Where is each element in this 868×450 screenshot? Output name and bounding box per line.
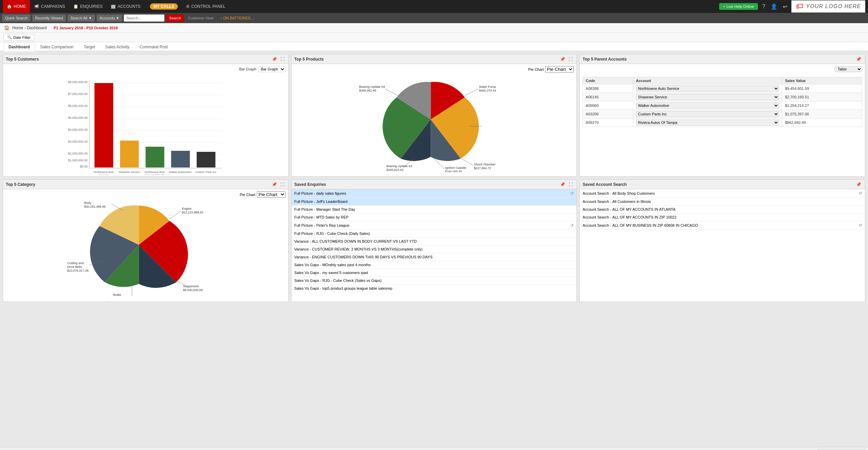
account-name-select[interactable]: Custom Parts Inc — [636, 111, 779, 117]
saved-enquiry-item[interactable]: Sales Vs Gaps - my saved 5 customers ipa… — [292, 269, 577, 277]
top5-products-title: Top 5 Products — [294, 57, 324, 62]
breadcrumb-bar: 🏠 Home - Dashboard P1 January 2018 - P10… — [0, 23, 868, 33]
tab-sales-activity[interactable]: Sales Activity — [100, 42, 135, 51]
breadcrumb-home-icon: 🏠 — [4, 25, 10, 30]
main-content: Top 5 Customers 📌 ⛶ Bar Graph Bar Graph … — [0, 51, 868, 447]
live-help-button[interactable]: Live Help Online — [719, 3, 758, 10]
bar-5 — [197, 152, 215, 167]
bar-4 — [171, 151, 190, 167]
search-button[interactable]: Search — [166, 14, 184, 22]
top-nav-right: Live Help Online ? 👤 ↩ 🏷 YOUR LOGO HERE — [719, 0, 865, 13]
account-search-item[interactable]: Account Search - ALL OF MY ACCOUNTS IN Z… — [580, 213, 865, 221]
saved-enquiry-label: Full Picture - Peter's Rep League — [294, 223, 350, 227]
svg-text:$345,815.62: $345,815.62 — [386, 168, 403, 172]
saved-enquiry-item[interactable]: Full Picture - daily sales figures ↺ — [292, 189, 577, 198]
svg-text:$460,379.54: $460,379.54 — [479, 89, 496, 92]
nav-item-campaigns[interactable]: 📢 CAMPAIGNS — [30, 0, 69, 13]
account-sales-value: $862,692.49 — [782, 118, 862, 127]
nav-item-control-panel[interactable]: ⚙ CONTROL PANEL — [182, 0, 230, 13]
nav-accounts-label: ACCOUNTS — [118, 4, 140, 9]
user-button[interactable]: 👤 — [769, 2, 779, 11]
saved-enquiry-label: Sales Vs Gaps - my saved 5 customers ipa… — [294, 271, 368, 275]
date-filter-button[interactable]: 🔍 Date Filter — [3, 34, 34, 41]
account-name-select[interactable]: Walker Automotive — [636, 102, 779, 109]
parent-accounts-pin-button[interactable]: 📌 — [855, 57, 862, 62]
account-search-item[interactable]: Account Search - All Body Shop Customers… — [580, 189, 865, 198]
enquiries-expand-button[interactable]: ⛶ — [568, 182, 574, 187]
bar-3 — [145, 147, 164, 167]
saved-enquiry-item[interactable]: Sales Vs Gaps - top5 product groups leag… — [292, 285, 577, 291]
saved-enquiry-item[interactable]: Full Picture - RJG - Cube Check (Daily S… — [292, 230, 577, 238]
tab-target[interactable]: Target — [79, 42, 100, 51]
top5-customers-panel: Top 5 Customers 📌 ⛶ Bar Graph Bar Graph … — [3, 54, 289, 177]
account-search-item[interactable]: Account Search - ALL OF MY BUSINESS IN Z… — [580, 221, 865, 230]
svg-text:Northtowne Auto: Northtowne Auto — [145, 171, 165, 174]
help-button[interactable]: ? — [761, 2, 766, 11]
account-search-item[interactable]: Account Search - All Customers in Illino… — [580, 198, 865, 206]
accounts-dropdown-button[interactable]: Accounts ▼ — [96, 14, 122, 22]
account-search-item[interactable]: Account Search - ALL OF MY ACCOUNTS IN A… — [580, 206, 865, 213]
tab-sales-comparison[interactable]: Sales Comparison — [35, 42, 79, 51]
account-name-select[interactable]: Shawnee Service — [636, 94, 779, 100]
top5-parent-accounts-body: Table Bar Graph Code Account Sales Value… — [580, 64, 865, 176]
recently-viewed-button[interactable]: Recently Viewed — [32, 14, 66, 22]
account-code: A03206 — [583, 110, 633, 118]
category-chart-type-selector: Pie Chart Pie Chart Bar Graph — [240, 191, 285, 198]
products-pie-svg: Water Pump $460,379.54 Bearing Update Ki… — [294, 67, 574, 172]
saved-enquiry-item[interactable]: Variance - CUSTOMER REVIEW, 3 MONTHS VS … — [292, 245, 577, 253]
top5-products-panel: Top 5 Products 📌 ⛶ Pie Chart Pie Chart B… — [291, 54, 577, 177]
saved-enquiry-item[interactable]: Full Picture - Peter's Rep League ↺ — [292, 221, 577, 230]
top5-parent-accounts-title: Top 5 Parent Accounts — [583, 57, 626, 62]
account-name-select[interactable]: Northtowne Auto Service — [636, 85, 779, 92]
tab-command-post[interactable]: Command Post — [135, 42, 173, 51]
logo-area: 🏷 YOUR LOGO HERE — [791, 0, 865, 13]
svg-text:Shock Absorber: Shock Absorber — [474, 163, 496, 166]
search-input[interactable] — [124, 14, 165, 22]
parent-accounts-type-select[interactable]: Table Bar Graph — [835, 66, 862, 72]
saved-enquiry-item[interactable]: Sales Vs Gaps - MOnthly sales past 4 mon… — [292, 261, 577, 269]
products-pin-button[interactable]: 📌 — [559, 57, 566, 62]
bottom-panels-row: Top 5 Category 📌 ⛶ Pie Chart Pie Chart B… — [3, 179, 865, 302]
nav-settings-button[interactable]: ↩ — [781, 2, 789, 11]
top5-customers-title: Top 5 Customers — [6, 57, 39, 62]
saved-enquiry-item[interactable]: Full Picture - Jeff's LeaderBoard — [292, 198, 577, 206]
on-batteries-button[interactable]: ↑ ON BATTERIES.... — [218, 14, 258, 22]
account-name: Custom Parts Inc — [633, 110, 782, 118]
saved-enquiry-item[interactable]: Full Picture - Manager Start The Day — [292, 206, 577, 213]
category-chart-type-select[interactable]: Pie Chart Bar Graph — [257, 191, 285, 198]
saved-enquiry-item[interactable]: Sales Vs Gaps - RJG - Cube Check (Sales … — [292, 277, 577, 285]
customers-pin-button[interactable]: 📌 — [271, 57, 278, 62]
svg-text:Body: Body — [84, 201, 91, 205]
nav-item-accounts[interactable]: 🏢 ACCOUNTS — [107, 0, 144, 13]
products-expand-button[interactable]: ⛶ — [568, 57, 574, 62]
saved-enquiry-item[interactable]: Variance - ENGINE CUSTOMERS DOWN THIS 90… — [292, 253, 577, 261]
account-search-pin-button[interactable]: 📌 — [855, 182, 862, 187]
table-row: A09270 Riviera Autos Of Tampa $862,692.4… — [583, 118, 862, 127]
customer-view-button[interactable]: Customer View — [185, 14, 216, 22]
accounts-icon: 🏢 — [111, 4, 116, 9]
nav-item-enquiries[interactable]: 📋 ENQUIRIES — [69, 0, 107, 13]
nav-item-home[interactable]: 🏠 HOME — [3, 0, 30, 13]
tab-dashboard[interactable]: Dashboard — [3, 42, 35, 51]
account-sales-value: $2,700,160.51 — [782, 93, 862, 101]
category-pin-button[interactable]: 📌 — [271, 182, 278, 187]
saved-enquiry-label: Sales Vs Gaps - top5 product groups leag… — [294, 286, 392, 290]
nav-item-mycalls[interactable]: MY CALLS — [144, 0, 182, 13]
svg-text:$9,417,901.31: $9,417,901.31 — [108, 297, 128, 298]
search-all-button[interactable]: Search All ▼ — [67, 14, 95, 22]
enquiries-pin-button[interactable]: 📌 — [559, 182, 566, 187]
saved-enquiry-item[interactable]: Full Picture - MTD Sales by REP — [292, 213, 577, 221]
tab-sales-comparison-label: Sales Comparison — [40, 45, 74, 49]
products-chart-type-select[interactable]: Pie Chart Bar Graph — [545, 66, 574, 73]
quick-search-button[interactable]: Quick Search — [2, 14, 31, 22]
category-expand-button[interactable]: ⛶ — [279, 182, 285, 187]
category-pie-svg: Body $30,282,489.96 Engine $13,215,988.6… — [6, 192, 285, 298]
refresh-icon: ↺ — [570, 223, 574, 228]
svg-line-33 — [461, 159, 473, 165]
account-search-label: Account Search - ALL OF MY ACCOUNTS IN Z… — [583, 215, 677, 219]
saved-enquiry-item[interactable]: Variance - ALL CUSTOMERS DOWN IN BODY CU… — [292, 238, 577, 245]
customers-expand-button[interactable]: ⛶ — [279, 57, 285, 62]
bar-chart-type-select[interactable]: Bar Graph Pie Chart — [258, 66, 285, 72]
account-name-select[interactable]: Riviera Autos Of Tampa — [636, 119, 779, 126]
table-row: A08398 Northtowne Auto Service $9,454,60… — [583, 84, 862, 93]
